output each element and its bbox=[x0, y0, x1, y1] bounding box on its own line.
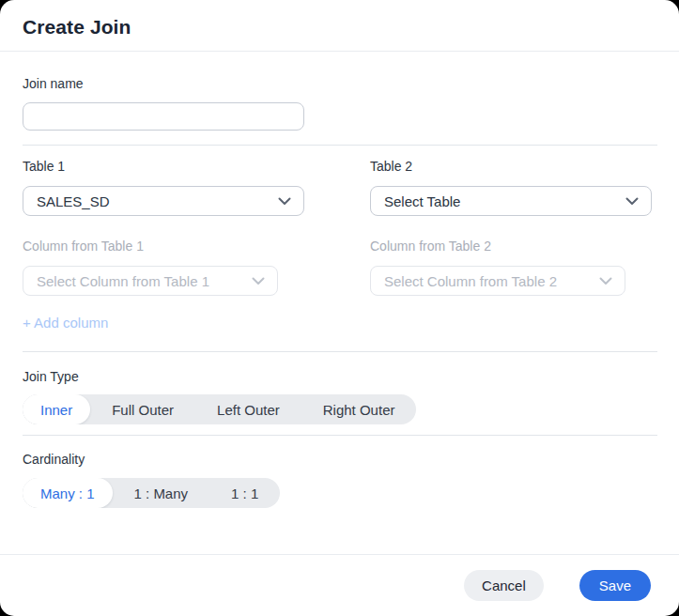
modal-body: Join name Table 1 SALES_SD Table 2 Selec… bbox=[0, 52, 679, 554]
join-name-input[interactable] bbox=[23, 102, 304, 131]
column-select-row: Column from Table 1 Select Column from T… bbox=[23, 239, 657, 296]
create-join-modal: Create Join Join name Table 1 SALES_SD T… bbox=[0, 0, 679, 616]
join-name-label: Join name bbox=[23, 76, 657, 91]
table2-label: Table 2 bbox=[370, 159, 652, 174]
column2-label: Column from Table 2 bbox=[370, 239, 652, 254]
modal-title: Create Join bbox=[23, 16, 656, 38]
column1-label: Column from Table 1 bbox=[23, 239, 304, 254]
cardinality-option-1-many[interactable]: 1 : Many bbox=[113, 478, 210, 508]
table2-select-value: Select Table bbox=[384, 193, 460, 209]
join-type-label: Join Type bbox=[23, 369, 657, 384]
section-divider bbox=[23, 351, 657, 352]
chevron-down-icon bbox=[278, 192, 291, 209]
chevron-down-icon bbox=[625, 192, 639, 209]
save-button[interactable]: Save bbox=[579, 570, 651, 601]
cancel-button[interactable]: Cancel bbox=[464, 570, 544, 601]
column2-select-placeholder: Select Column from Table 2 bbox=[384, 273, 557, 289]
column1-select-placeholder: Select Column from Table 1 bbox=[37, 273, 209, 289]
chevron-down-icon bbox=[252, 272, 265, 289]
table1-label: Table 1 bbox=[23, 159, 304, 174]
join-type-option-inner[interactable]: Inner bbox=[23, 394, 90, 424]
column2-group: Column from Table 2 Select Column from T… bbox=[370, 239, 652, 296]
table-select-row: Table 1 SALES_SD Table 2 Select Table bbox=[23, 159, 657, 216]
table1-group: Table 1 SALES_SD bbox=[23, 159, 304, 216]
table1-select[interactable]: SALES_SD bbox=[23, 186, 304, 216]
section-divider bbox=[23, 145, 657, 146]
cardinality-segmented-control: Many : 1 1 : Many 1 : 1 bbox=[23, 478, 280, 508]
modal-footer: Cancel Save bbox=[0, 554, 679, 616]
table1-select-value: SALES_SD bbox=[37, 193, 110, 209]
join-type-option-left-outer[interactable]: Left Outer bbox=[195, 394, 301, 424]
column1-group: Column from Table 1 Select Column from T… bbox=[23, 239, 304, 296]
modal-header: Create Join bbox=[0, 0, 679, 52]
column1-select: Select Column from Table 1 bbox=[23, 266, 278, 296]
cardinality-label: Cardinality bbox=[23, 452, 657, 467]
section-divider bbox=[23, 435, 657, 436]
cardinality-option-many-1[interactable]: Many : 1 bbox=[23, 478, 113, 508]
chevron-down-icon bbox=[599, 272, 612, 289]
table2-group: Table 2 Select Table bbox=[370, 159, 652, 216]
add-column-button[interactable]: + Add column bbox=[23, 315, 108, 331]
column2-select: Select Column from Table 2 bbox=[370, 266, 625, 296]
cardinality-option-1-1[interactable]: 1 : 1 bbox=[209, 478, 280, 508]
table2-select[interactable]: Select Table bbox=[370, 186, 652, 216]
join-type-option-right-outer[interactable]: Right Outer bbox=[301, 394, 417, 424]
join-type-segmented-control: Inner Full Outer Left Outer Right Outer bbox=[23, 394, 416, 424]
join-type-option-full-outer[interactable]: Full Outer bbox=[90, 394, 195, 424]
